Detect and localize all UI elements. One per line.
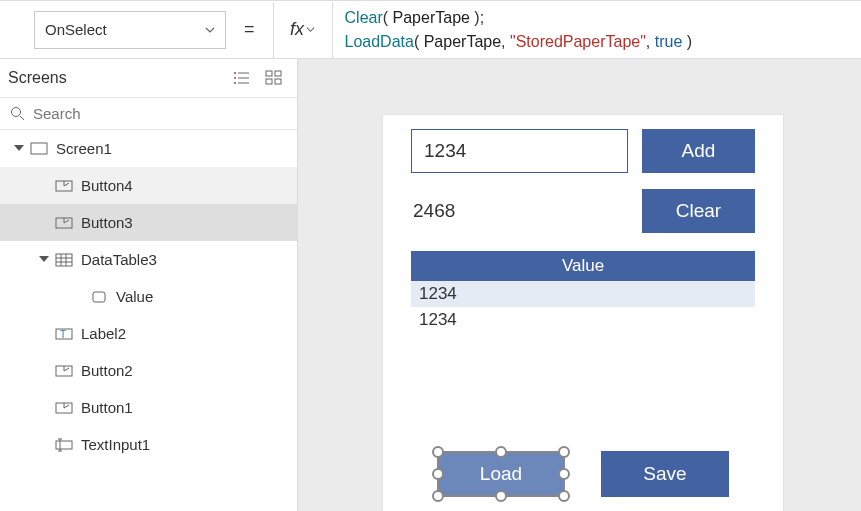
resize-handle[interactable]	[432, 490, 444, 502]
svg-line-11	[20, 116, 24, 120]
resize-handle[interactable]	[558, 468, 570, 480]
formula-token: PaperTape	[393, 9, 470, 26]
svg-rect-6	[266, 71, 272, 76]
clear-button[interactable]: Clear	[642, 189, 755, 233]
tree-item-button4[interactable]: Button4	[0, 167, 297, 204]
save-button[interactable]: Save	[601, 451, 729, 497]
search-icon	[10, 106, 25, 121]
tree: Screen1 Button4 Button3 DataTable3 Value…	[0, 130, 297, 463]
tree-item-datatable3[interactable]: DataTable3	[0, 241, 297, 278]
sum-label: 2468	[411, 200, 628, 222]
tree-item-label: Button1	[81, 399, 133, 416]
svg-point-10	[12, 108, 21, 117]
tree-item-value[interactable]: Value	[0, 278, 297, 315]
search-input[interactable]	[33, 105, 287, 122]
tree-item-label: Button4	[81, 177, 133, 194]
button-icon	[55, 400, 73, 416]
resize-handle[interactable]	[495, 490, 507, 502]
svg-rect-9	[275, 79, 281, 84]
svg-rect-12	[31, 143, 47, 154]
tree-view-buttons	[233, 70, 283, 86]
button-label: Save	[643, 463, 686, 485]
tree-item-label: DataTable3	[81, 251, 157, 268]
add-button[interactable]: Add	[642, 129, 755, 173]
text-input[interactable]: 1234	[411, 129, 628, 173]
load-button[interactable]: Load	[437, 451, 565, 497]
tree-item-label: Button2	[81, 362, 133, 379]
formula-token: (	[383, 9, 393, 26]
formula-token: true	[655, 33, 683, 50]
data-table[interactable]: Value 1234 1234	[411, 251, 755, 333]
tree-header: Screens	[0, 59, 297, 98]
svg-rect-8	[266, 79, 272, 84]
formula-token: ,	[501, 33, 510, 50]
formula-token: PaperTape	[424, 33, 501, 50]
tree-item-label: Button3	[81, 214, 133, 231]
svg-rect-7	[275, 71, 281, 76]
formula-token: ,	[646, 33, 655, 50]
tree-item-label: Screen1	[56, 140, 112, 157]
tree-item-button3[interactable]: Button3	[0, 204, 297, 241]
screen-icon	[30, 141, 48, 157]
svg-point-4	[234, 77, 236, 79]
resize-handle[interactable]	[495, 446, 507, 458]
equals-label: =	[226, 19, 273, 40]
button-icon	[55, 215, 73, 231]
svg-point-5	[234, 82, 236, 84]
resize-handle[interactable]	[432, 446, 444, 458]
formula-bar: OnSelect = fx Clear( PaperTape ); LoadDa…	[0, 1, 861, 59]
property-dropdown-label: OnSelect	[45, 21, 107, 38]
expand-toggle-icon[interactable]	[14, 145, 24, 156]
formula-token: (	[414, 33, 424, 50]
svg-rect-25	[56, 441, 72, 449]
formula-editor[interactable]: Clear( PaperTape ); LoadData( PaperTape,…	[333, 0, 861, 58]
expand-toggle-icon[interactable]	[39, 256, 49, 267]
resize-handle[interactable]	[558, 490, 570, 502]
tree-item-label: Value	[116, 288, 153, 305]
chevron-down-icon	[306, 25, 315, 34]
app-preview: 1234 Add 2468 Clear Value 1234 1234 Load	[383, 115, 783, 511]
table-row[interactable]: 1234	[411, 281, 755, 307]
resize-handle[interactable]	[432, 468, 444, 480]
tree-panel: Screens Screen1 Button4 Button3 DataTabl…	[0, 59, 298, 511]
tree-item-label: TextInput1	[81, 436, 150, 453]
button-icon	[55, 363, 73, 379]
formula-token: "StoredPaperTape"	[510, 33, 646, 50]
tree-title: Screens	[8, 69, 67, 87]
design-canvas[interactable]: 1234 Add 2468 Clear Value 1234 1234 Load	[298, 59, 861, 511]
list-view-icon[interactable]	[233, 70, 251, 86]
column-icon	[90, 289, 108, 305]
tree-item-screen1[interactable]: Screen1	[0, 130, 297, 167]
textinput-icon	[55, 437, 73, 453]
table-header: Value	[411, 251, 755, 281]
datatable-icon	[55, 252, 73, 268]
formula-token: LoadData	[345, 33, 414, 50]
fx-button[interactable]: fx	[273, 2, 333, 58]
tree-item-button2[interactable]: Button2	[0, 352, 297, 389]
tree-item-button1[interactable]: Button1	[0, 389, 297, 426]
button-label: Add	[682, 140, 716, 162]
chevron-down-icon	[205, 25, 215, 35]
button-label: Clear	[676, 200, 721, 222]
formula-token: )	[682, 33, 692, 50]
button-label: Load	[480, 463, 522, 485]
formula-token: Clear	[345, 9, 383, 26]
svg-point-3	[234, 72, 236, 74]
formula-token: );	[470, 9, 484, 26]
svg-text:T: T	[60, 329, 66, 340]
search-row	[0, 98, 297, 130]
grid-view-icon[interactable]	[265, 70, 283, 86]
text-input-value: 1234	[424, 140, 466, 162]
svg-rect-15	[56, 254, 72, 266]
resize-handle[interactable]	[558, 446, 570, 458]
property-dropdown[interactable]: OnSelect	[34, 11, 226, 49]
table-row[interactable]: 1234	[411, 307, 755, 333]
fx-label: fx	[290, 19, 304, 40]
tree-item-label2[interactable]: T Label2	[0, 315, 297, 352]
svg-rect-20	[93, 292, 105, 302]
button-icon	[55, 178, 73, 194]
label-icon: T	[55, 326, 73, 342]
tree-item-textinput1[interactable]: TextInput1	[0, 426, 297, 463]
tree-item-label: Label2	[81, 325, 126, 342]
